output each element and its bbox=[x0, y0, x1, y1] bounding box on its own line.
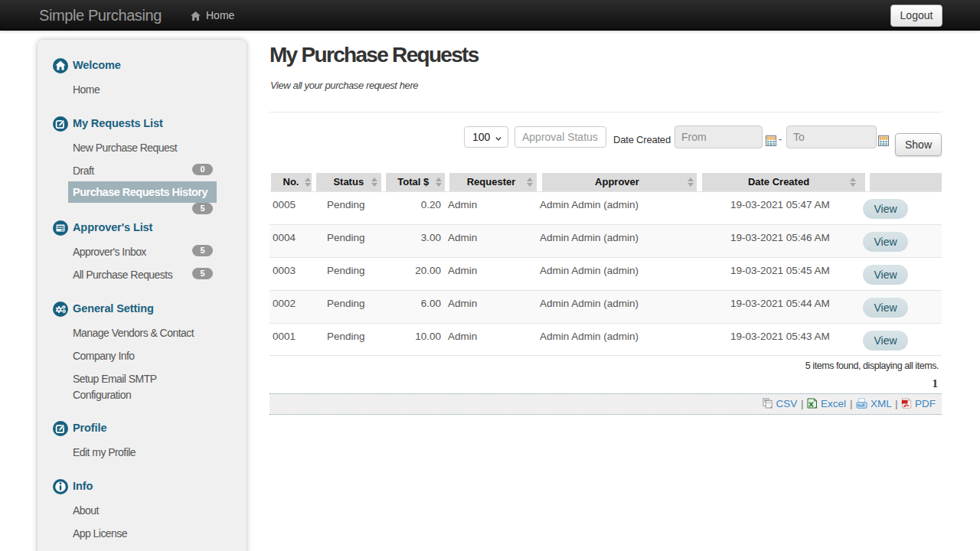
svg-text:XML: XML bbox=[858, 403, 864, 406]
